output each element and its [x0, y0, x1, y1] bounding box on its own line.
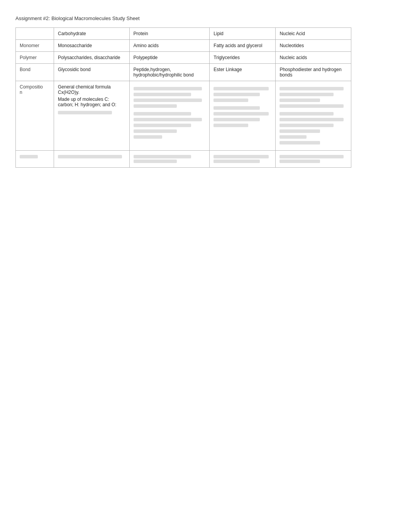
bond-row: Bond Glycosidic bond Peptide,hydrogen, h… [16, 64, 351, 81]
bond-label: Bond [16, 64, 54, 81]
composition-nucleic-image [280, 84, 347, 147]
composition-carb-blurred [58, 110, 125, 116]
polymer-lipid: Triglycerides [210, 52, 276, 64]
composition-lipid-image [213, 84, 271, 138]
monomer-row: Monomer Monosaccharide Amino acids Fatty… [16, 40, 351, 52]
header-nucleic: Nucleic Acid [276, 28, 351, 40]
composition-protein [129, 81, 210, 151]
header-carbohydrate: Carbohydrate [54, 28, 130, 40]
polymer-protein: Polypeptide [129, 52, 210, 64]
header-row: Carbohydrate Protein Lipid Nucleic Acid [16, 28, 351, 40]
monomer-label: Monomer [16, 40, 54, 52]
page-title: Assignment #2: Biological Macromolecules… [15, 15, 395, 21]
bottom-nucleic [276, 151, 351, 168]
composition-nucleic [276, 81, 351, 151]
bottom-row [16, 151, 351, 168]
composition-lipid [210, 81, 276, 151]
composition-carb-text1: General chemical formula Cx(H2O)y. [58, 84, 125, 95]
composition-protein-image [134, 84, 206, 141]
monomer-carb: Monosaccharide [54, 40, 130, 52]
study-table: Carbohydrate Protein Lipid Nucleic Acid … [15, 27, 351, 168]
bottom-lipid [210, 151, 276, 168]
polymer-label: Polymer [16, 52, 54, 64]
bottom-empty [16, 151, 54, 168]
bond-lipid: Ester Linkage [210, 64, 276, 81]
bottom-carb [54, 151, 130, 168]
bond-protein: Peptide,hydrogen, hydrophobic/hydrophili… [129, 64, 210, 81]
monomer-lipid: Fatty acids and glycerol [210, 40, 276, 52]
composition-carb: General chemical formula Cx(H2O)y. Made … [54, 81, 130, 151]
monomer-nucleic: Nucleotides [276, 40, 351, 52]
monomer-protein: Amino acids [129, 40, 210, 52]
composition-carb-text2: Made up of molecules C: carbon; H: hydro… [58, 97, 125, 107]
header-protein: Protein [129, 28, 210, 40]
composition-label: Composition [16, 81, 54, 151]
bottom-protein [129, 151, 210, 168]
bond-carb: Glycosidic bond [54, 64, 130, 81]
header-lipid: Lipid [210, 28, 276, 40]
polymer-row: Polymer Polysaccharides, disaccharide Po… [16, 52, 351, 64]
bond-nucleic: Phosphodiester and hydrogen bonds [276, 64, 351, 81]
polymer-nucleic: Nucleic acids [276, 52, 351, 64]
polymer-carb: Polysaccharides, disaccharide [54, 52, 130, 64]
header-empty [16, 28, 54, 40]
composition-row: Composition General chemical formula Cx(… [16, 81, 351, 151]
